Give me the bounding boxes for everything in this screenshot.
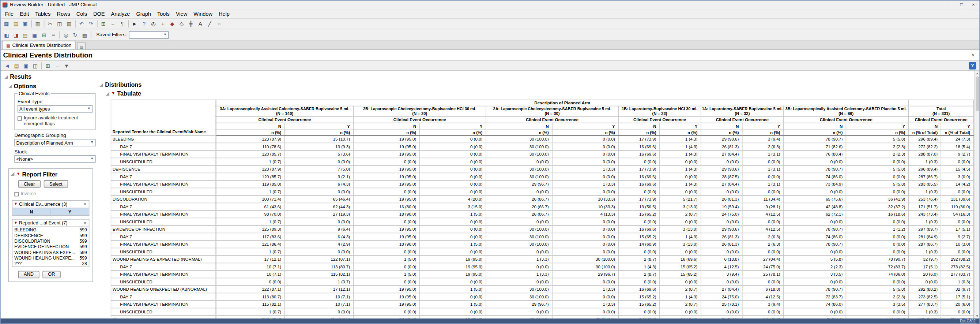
cell[interactable]: 30 (100.0): [486, 150, 552, 158]
cell[interactable]: 119 (85.0): [216, 180, 285, 188]
cell[interactable]: 119 (36.0): [941, 203, 974, 211]
cell[interactable]: 0 (0.0): [742, 173, 784, 180]
row-label[interactable]: DAY 7: [111, 203, 216, 211]
cell[interactable]: 4 (12.5): [701, 263, 742, 271]
cell[interactable]: 15 (4.5): [941, 166, 974, 173]
cell[interactable]: 19 (95.0): [353, 150, 420, 158]
cell[interactable]: 292 (88.2): [909, 286, 941, 293]
cell[interactable]: 122 (87.1): [285, 255, 353, 263]
cell[interactable]: 272 (82.2): [909, 143, 941, 150]
cell[interactable]: 29 (90.6): [701, 316, 742, 319]
cell[interactable]: 0 (0.0): [552, 233, 618, 241]
cell[interactable]: 25 (78.1): [701, 300, 742, 308]
cell[interactable]: 100 (71.4): [216, 195, 285, 203]
cell[interactable]: 0 (0.0): [420, 308, 486, 316]
cell[interactable]: 71 (82.6): [784, 143, 846, 150]
row-label[interactable]: DEHISCENCE: [111, 166, 216, 173]
cell[interactable]: 78 (90.7): [846, 316, 909, 319]
cell[interactable]: 1 (0.3): [909, 158, 941, 166]
cell[interactable]: 287 (86.7): [909, 173, 941, 180]
cell[interactable]: 0 (0.0): [846, 241, 909, 248]
cell[interactable]: 122 (87.1): [216, 286, 285, 293]
cell[interactable]: 15 (65.2): [618, 300, 660, 308]
close-report-icon[interactable]: ×: [969, 53, 977, 58]
cell[interactable]: 65 (75.6): [784, 195, 846, 203]
cell[interactable]: 1 (0.7): [216, 218, 285, 225]
cell[interactable]: 30 (100.0): [486, 225, 552, 233]
cell[interactable]: 0 (0.0): [552, 143, 618, 150]
ignore-flags-checkbox[interactable]: Ignore available treatment emergent flag…: [18, 116, 92, 126]
cell[interactable]: 0 (0.0): [742, 308, 784, 316]
cell[interactable]: 0 (0.0): [618, 158, 660, 166]
cell[interactable]: 1 (5.0): [420, 300, 486, 308]
cell[interactable]: 14 (60.9): [618, 241, 660, 248]
cell[interactable]: 5 (3.6): [285, 150, 353, 158]
cell[interactable]: 1 (3.1): [742, 166, 784, 173]
cell[interactable]: 72 (83.7): [846, 263, 909, 271]
cell[interactable]: 73 (84.9): [784, 180, 846, 188]
cell[interactable]: 30 (100.0): [552, 255, 618, 263]
annotate-tool-icon[interactable]: A: [196, 19, 205, 28]
cell[interactable]: 2 (2.3): [846, 150, 909, 158]
cell[interactable]: 0 (0.0): [784, 158, 846, 166]
magnifier-tool-icon[interactable]: ◎: [149, 19, 158, 28]
cell[interactable]: 10 (7.1): [285, 293, 353, 300]
cell[interactable]: 0 (0.0): [552, 188, 618, 195]
cell[interactable]: 4 (13.3): [552, 211, 618, 218]
menu-file[interactable]: File: [2, 10, 17, 18]
filter-list-item[interactable]: BLEEDING599: [13, 227, 89, 232]
cell[interactable]: 0 (0.0): [742, 158, 784, 166]
cell[interactable]: 9 (2.7): [941, 150, 974, 158]
cell[interactable]: 0 (0.0): [353, 248, 420, 255]
cell[interactable]: 32 (37.2): [846, 203, 909, 211]
demographic-grouping-dropdown[interactable]: Description of Planned Arm ▼: [14, 139, 95, 147]
cell[interactable]: 19 (95.0): [353, 173, 420, 180]
menu-help[interactable]: Help: [215, 10, 232, 18]
cell[interactable]: 5 (5.8): [784, 255, 846, 263]
data-panel-icon[interactable]: ⊞: [40, 30, 49, 39]
cell[interactable]: 10 (7.1): [216, 263, 285, 271]
cell[interactable]: 171 (51.7): [909, 203, 941, 211]
cell[interactable]: 123 (87.9): [216, 136, 285, 143]
cell[interactable]: 15 (65.2): [660, 263, 701, 271]
cell[interactable]: 78 (90.7): [784, 241, 846, 248]
filter-list-item[interactable]: EVIDENCE OF INFECTION599: [13, 243, 89, 249]
cell[interactable]: 3 (9.4): [742, 136, 784, 143]
oval-tool-icon[interactable]: ○: [214, 19, 224, 28]
cell[interactable]: 72 (83.7): [784, 293, 846, 300]
cell[interactable]: 30 (100.0): [486, 286, 552, 293]
cell[interactable]: 29 (96.7): [486, 180, 552, 188]
menu-edit[interactable]: Edit: [17, 10, 32, 18]
row-label[interactable]: UNSCHEDULED: [111, 188, 216, 195]
saved-filters-combo[interactable]: ▼: [129, 31, 169, 39]
cell[interactable]: 0 (0.0): [420, 293, 486, 300]
settings-gear-icon[interactable]: ◎: [61, 30, 71, 39]
cell[interactable]: 0 (0.0): [420, 173, 486, 180]
cell[interactable]: 2 (6.3): [742, 233, 784, 241]
refresh-icon[interactable]: ↻: [71, 30, 80, 39]
cell[interactable]: 288 (87.0): [909, 150, 941, 158]
cell[interactable]: 5 (21.7): [660, 195, 701, 203]
row-label[interactable]: UNSCHEDULED: [111, 218, 216, 225]
cell[interactable]: 19 (95.0): [353, 233, 420, 241]
cell[interactable]: 0 (0.0): [420, 218, 486, 225]
copy-icon[interactable]: ◫: [55, 19, 64, 28]
cell[interactable]: 76 (88.4): [784, 150, 846, 158]
cell[interactable]: 0 (0.0): [742, 248, 784, 255]
row-label[interactable]: UNSCHEDULED: [111, 308, 216, 316]
cell[interactable]: 1 (0.3): [909, 248, 941, 255]
cell[interactable]: 0 (0.0): [216, 278, 285, 286]
cell[interactable]: 27 (84.4): [701, 180, 742, 188]
cell[interactable]: 5 (5.8): [846, 180, 909, 188]
cell[interactable]: 125 (89.3): [216, 225, 285, 233]
cell[interactable]: 0 (0.0): [552, 241, 618, 248]
cell[interactable]: 74 (86.0): [784, 300, 846, 308]
cell[interactable]: 0 (0.0): [618, 308, 660, 316]
row-label[interactable]: DAY 7: [111, 143, 216, 150]
row-label[interactable]: FINAL VISIT/EARLY TERMINATION: [111, 150, 216, 158]
print-icon[interactable]: ▥: [33, 19, 43, 28]
cell[interactable]: 0 (0.0): [618, 278, 660, 286]
cell[interactable]: 0 (0.0): [784, 248, 846, 255]
cell[interactable]: 0 (0.0): [353, 188, 420, 195]
cell[interactable]: 0 (0.0): [420, 180, 486, 188]
